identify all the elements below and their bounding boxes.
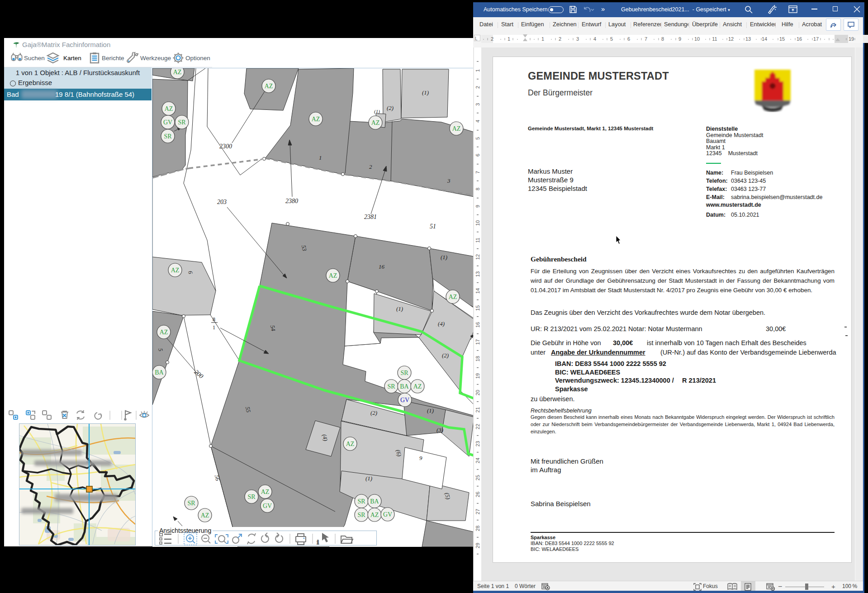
svg-text:2: 2	[475, 86, 480, 89]
svg-text:BA: BA	[155, 369, 164, 376]
svg-text:4: 4	[593, 36, 596, 42]
svg-text:SR: SR	[178, 119, 186, 126]
svg-text:3: 3	[576, 36, 579, 42]
svg-text:3: 3	[447, 177, 451, 184]
svg-text:5: 5	[610, 36, 613, 42]
svg-text:SR: SR	[164, 133, 172, 140]
svg-text:GV: GV	[400, 397, 409, 403]
svg-text:16: 16	[379, 263, 385, 270]
svg-text:9: 9	[475, 205, 480, 208]
svg-text:27: 27	[475, 509, 480, 514]
svg-text:11: 11	[475, 237, 480, 242]
svg-text:10: 10	[694, 36, 700, 42]
svg-text:SR: SR	[400, 370, 408, 376]
svg-text:(1): (1)	[422, 89, 429, 96]
svg-text:AZ: AZ	[346, 441, 355, 447]
svg-text:21: 21	[475, 407, 480, 413]
svg-text:1: 1	[475, 69, 480, 72]
svg-text:6: 6	[475, 154, 480, 157]
svg-text:15: 15	[779, 36, 785, 42]
svg-text:(2): (2)	[442, 352, 449, 359]
svg-text:AZ: AZ	[449, 294, 457, 300]
svg-text:17: 17	[813, 36, 819, 42]
svg-text:GV: GV	[163, 119, 172, 126]
svg-text:13: 13	[475, 271, 480, 277]
svg-text:AZ: AZ	[165, 105, 173, 112]
svg-text:(5): (5)	[444, 492, 452, 500]
svg-text:AZ: AZ	[201, 512, 209, 519]
svg-text:(6): (6)	[395, 449, 403, 457]
svg-text:AZ: AZ	[173, 69, 182, 76]
svg-text:20: 20	[475, 390, 480, 395]
svg-text:AZ: AZ	[171, 267, 180, 274]
svg-text:2: 2	[559, 36, 561, 42]
svg-text:GV: GV	[263, 503, 272, 509]
svg-text:(1): (1)	[396, 305, 403, 312]
svg-text:AZ: AZ	[371, 119, 380, 126]
svg-text:2381: 2381	[364, 213, 377, 220]
svg-text:AZ: AZ	[160, 329, 168, 336]
svg-text:AZ: AZ	[265, 83, 273, 90]
svg-text:16: 16	[475, 322, 480, 327]
svg-text:18: 18	[475, 356, 480, 361]
svg-text:AZ: AZ	[261, 489, 270, 495]
svg-text:SR: SR	[247, 493, 256, 500]
svg-text:51: 51	[430, 223, 436, 230]
svg-text:13: 13	[745, 36, 751, 42]
svg-text:SR: SR	[357, 512, 365, 518]
svg-text:203: 203	[217, 199, 227, 205]
svg-text:(1): (1)	[374, 109, 380, 114]
svg-text:4: 4	[475, 120, 480, 123]
svg-text:8: 8	[213, 316, 215, 323]
svg-text:14: 14	[475, 288, 480, 294]
svg-text:3: 3	[475, 103, 480, 106]
svg-text:22: 22	[475, 424, 480, 429]
svg-text:28: 28	[475, 526, 480, 531]
svg-text:i: i	[317, 539, 319, 546]
svg-text:15: 15	[475, 305, 480, 311]
svg-text:(1): (1)	[427, 407, 434, 414]
svg-text:1: 1	[319, 154, 322, 161]
svg-text:(3): (3)	[436, 427, 443, 433]
svg-text:(4): (4)	[438, 320, 445, 327]
svg-text:9: 9	[419, 455, 422, 461]
svg-text:5: 5	[475, 137, 480, 140]
svg-text:AZ: AZ	[413, 383, 422, 390]
svg-text:19: 19	[849, 36, 854, 42]
svg-text:BA: BA	[400, 383, 409, 390]
svg-text:16: 16	[797, 36, 802, 42]
svg-text:AZ: AZ	[370, 512, 379, 518]
svg-text:(1): (1)	[365, 475, 372, 482]
svg-text:GV: GV	[383, 511, 392, 518]
svg-text:SR: SR	[187, 500, 195, 507]
svg-text:11: 11	[712, 36, 717, 42]
svg-text:19: 19	[475, 373, 480, 379]
svg-text:(1): (1)	[441, 254, 447, 261]
svg-text:6: 6	[627, 36, 630, 42]
svg-text:2380: 2380	[285, 198, 298, 204]
svg-text:24: 24	[475, 458, 480, 463]
svg-text:7: 7	[475, 171, 480, 174]
svg-text:BA: BA	[370, 498, 379, 505]
svg-text:12: 12	[475, 254, 480, 260]
svg-text:8: 8	[661, 36, 664, 42]
svg-text:17: 17	[475, 339, 480, 345]
svg-text:2: 2	[491, 36, 493, 42]
svg-text:AZ: AZ	[452, 125, 461, 132]
svg-text:SR: SR	[387, 383, 395, 390]
svg-text:10: 10	[475, 220, 480, 226]
svg-text:26: 26	[475, 492, 480, 497]
svg-text:29: 29	[475, 543, 480, 548]
svg-text:23: 23	[475, 441, 480, 446]
svg-text:1: 1	[213, 324, 215, 331]
svg-text:SR: SR	[357, 498, 365, 505]
svg-text:12: 12	[728, 36, 734, 42]
svg-text:(4): (4)	[321, 433, 329, 441]
svg-text:9: 9	[678, 36, 681, 42]
svg-text:2300: 2300	[219, 143, 232, 150]
svg-text:AZ: AZ	[329, 272, 337, 279]
svg-text:(2): (2)	[370, 409, 377, 416]
svg-text:1: 1	[508, 36, 510, 42]
svg-text:7: 7	[645, 36, 647, 42]
svg-text:2: 2	[369, 163, 372, 170]
